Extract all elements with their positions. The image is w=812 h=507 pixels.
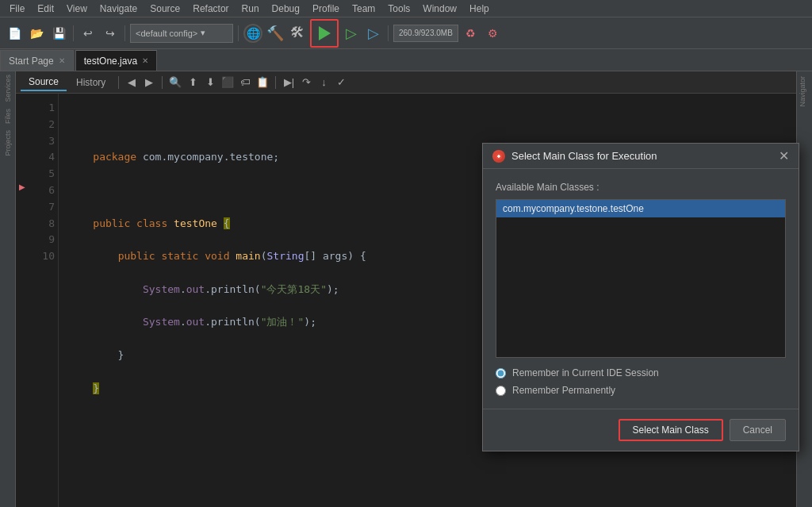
modal-overlay: Select Main Class for Execution ✕ Availa… bbox=[0, 0, 812, 507]
radio-permanent-label: Remember Permanently bbox=[512, 385, 615, 396]
dialog-icon bbox=[492, 150, 505, 163]
dialog-title-text: Select Main Class for Execution bbox=[511, 150, 657, 162]
dialog-title-bar: Select Main Class for Execution ✕ bbox=[483, 144, 799, 169]
cancel-button[interactable]: Cancel bbox=[730, 419, 786, 441]
select-main-class-dialog: Select Main Class for Execution ✕ Availa… bbox=[482, 143, 799, 451]
dialog-footer: Select Main Class Cancel bbox=[483, 409, 799, 451]
radio-session-input[interactable] bbox=[496, 368, 506, 378]
dialog-close-button[interactable]: ✕ bbox=[779, 150, 789, 163]
radio-session-label: Remember in Current IDE Session bbox=[512, 367, 659, 378]
class-list[interactable]: com.mycompany.testone.testOne bbox=[496, 199, 786, 358]
select-main-class-button[interactable]: Select Main Class bbox=[619, 419, 723, 441]
dialog-title-content: Select Main Class for Execution bbox=[492, 150, 657, 163]
dialog-body: Available Main Classes : com.mycompany.t… bbox=[483, 169, 799, 409]
radio-permanent-input[interactable] bbox=[496, 386, 506, 396]
radio-session[interactable]: Remember in Current IDE Session bbox=[496, 367, 786, 378]
radio-permanent[interactable]: Remember Permanently bbox=[496, 385, 786, 396]
radio-group: Remember in Current IDE Session Remember… bbox=[496, 367, 786, 396]
available-classes-label: Available Main Classes : bbox=[496, 182, 786, 193]
class-list-item[interactable]: com.mycompany.testone.testOne bbox=[496, 200, 785, 217]
